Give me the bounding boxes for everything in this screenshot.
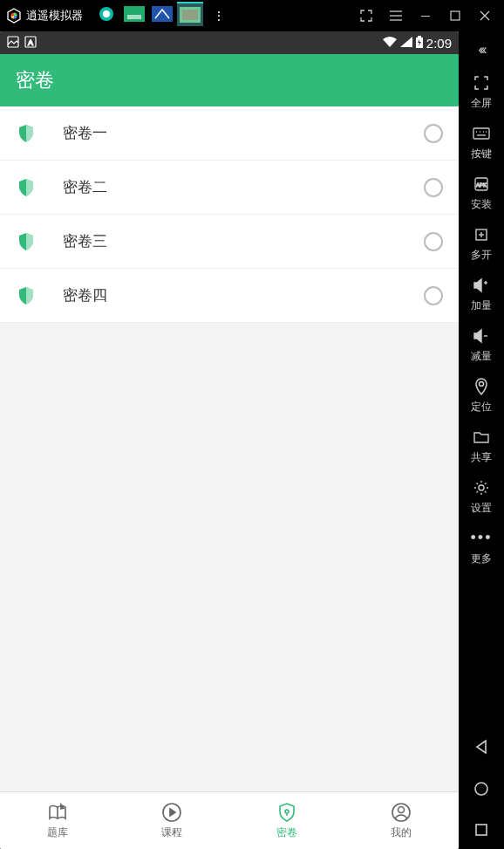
gear-icon — [472, 478, 491, 497]
item-label: 密卷二 — [63, 177, 424, 197]
android-recent-icon[interactable] — [474, 823, 488, 840]
svg-point-6 — [103, 10, 110, 17]
shield-icon — [16, 285, 37, 306]
list-item[interactable]: 密卷三 — [0, 215, 459, 269]
android-status-bar: A 2:09 — [0, 31, 459, 54]
minimize-icon[interactable]: ─ — [412, 2, 439, 30]
shield-icon — [16, 177, 37, 198]
svg-text:APK: APK — [476, 182, 487, 188]
sidebar-label: 更多 — [471, 551, 492, 566]
sidebar-label: 定位 — [471, 400, 492, 414]
image-icon — [7, 36, 19, 51]
bottom-nav: 题库 课程 密卷 我的 — [0, 791, 459, 849]
list-item[interactable]: 密卷二 — [0, 161, 459, 215]
more-icon: ••• — [472, 529, 491, 548]
nav-courses[interactable]: 课程 — [115, 792, 230, 849]
svg-rect-9 — [152, 6, 173, 22]
svg-point-28 — [398, 807, 405, 813]
radio-indicator — [424, 286, 443, 305]
fullscreen-window-icon[interactable] — [352, 2, 380, 30]
sidebar-share[interactable]: 共享 — [459, 421, 504, 471]
taskbar-app-1[interactable] — [93, 2, 119, 26]
taskbar-app-4[interactable] — [177, 2, 203, 26]
shield-icon — [16, 231, 37, 252]
collapse-sidebar-icon[interactable]: ‹‹‹ — [479, 42, 485, 58]
sidebar-multi[interactable]: 多开 — [459, 218, 504, 269]
radio-indicator — [424, 124, 443, 143]
nav-label: 课程 — [161, 825, 182, 840]
sidebar-label: 共享 — [471, 450, 492, 465]
user-icon — [390, 801, 412, 824]
sidebar-label: 加量 — [471, 298, 492, 313]
volume-up-icon — [472, 276, 491, 295]
keyboard-icon — [472, 124, 491, 143]
item-label: 密卷三 — [63, 231, 424, 251]
taskbar-app-2[interactable] — [121, 2, 147, 26]
app-header: 密卷 — [0, 54, 459, 106]
list-item[interactable]: 密卷一 — [0, 106, 459, 161]
sidebar-label: 减量 — [471, 349, 492, 364]
taskbar-app-3[interactable] — [149, 2, 175, 26]
sidebar-fullscreen[interactable]: 全屏 — [459, 66, 504, 117]
svg-point-45 — [475, 783, 487, 795]
book-icon — [46, 801, 69, 824]
sidebar-volume-up[interactable]: 加量 — [459, 269, 504, 319]
signal-icon — [400, 37, 412, 50]
svg-text:A: A — [28, 38, 33, 47]
svg-point-44 — [479, 485, 484, 490]
menu-icon[interactable] — [382, 2, 410, 30]
sidebar-settings[interactable]: 设置 — [459, 471, 504, 522]
shield-icon — [16, 123, 37, 144]
android-back-icon[interactable] — [473, 739, 489, 758]
maximize-icon[interactable] — [441, 2, 469, 30]
emulator-logo-icon — [5, 7, 23, 24]
nav-secret[interactable]: 密卷 — [229, 792, 344, 849]
taskbar-icons: ⋮ — [93, 2, 233, 30]
svg-rect-15 — [451, 11, 460, 20]
item-label: 密卷一 — [63, 123, 424, 143]
sidebar-install[interactable]: APK 安装 — [459, 168, 504, 218]
fullscreen-icon — [472, 73, 491, 92]
android-home-icon[interactable] — [473, 781, 489, 800]
radio-indicator — [424, 232, 443, 251]
multi-instance-icon — [472, 225, 491, 244]
page-title: 密卷 — [16, 67, 54, 93]
location-icon — [472, 377, 491, 396]
close-icon[interactable] — [471, 2, 499, 30]
status-time: 2:09 — [426, 36, 452, 51]
sidebar-location[interactable]: 定位 — [459, 370, 504, 421]
svg-point-25 — [285, 810, 289, 813]
play-icon — [160, 801, 183, 824]
nav-label: 密卷 — [276, 825, 297, 840]
list-container: 密卷一 密卷二 密卷三 密卷四 — [0, 106, 459, 791]
phone-screen: A 2:09 密卷 密卷一 密卷二 — [0, 31, 459, 849]
emulator-titlebar: 逍遥模拟器 ⋮ ─ — [0, 0, 504, 31]
svg-rect-21 — [418, 36, 421, 38]
sidebar-more[interactable]: ••• 更多 — [459, 522, 504, 572]
emulator-sidebar: ‹‹‹ 全屏 按键 APK 安装 多开 加量 减量 定位 — [459, 31, 504, 849]
sidebar-volume-down[interactable]: 减量 — [459, 319, 504, 370]
nav-profile[interactable]: 我的 — [344, 792, 460, 849]
emulator-title: 逍遥模拟器 — [26, 8, 83, 24]
radio-indicator — [424, 178, 443, 197]
apk-icon: APK — [472, 175, 491, 194]
battery-icon — [416, 36, 423, 51]
sidebar-label: 设置 — [471, 501, 492, 516]
list-item[interactable]: 密卷四 — [0, 269, 459, 323]
a-icon: A — [24, 36, 37, 51]
sidebar-label: 安装 — [471, 197, 492, 212]
more-apps-icon[interactable]: ⋮ — [205, 2, 233, 30]
svg-rect-46 — [476, 825, 487, 835]
svg-rect-8 — [127, 15, 141, 19]
sidebar-label: 多开 — [471, 248, 492, 263]
sidebar-label: 按键 — [471, 147, 492, 161]
svg-point-43 — [480, 381, 484, 386]
folder-icon — [472, 428, 491, 447]
nav-questions[interactable]: 题库 — [0, 792, 115, 849]
shield-lock-icon — [276, 801, 298, 824]
item-label: 密卷四 — [63, 285, 424, 305]
sidebar-keymap[interactable]: 按键 — [459, 117, 504, 168]
wifi-icon — [383, 37, 397, 50]
sidebar-label: 全屏 — [471, 96, 492, 111]
volume-down-icon — [472, 326, 491, 346]
